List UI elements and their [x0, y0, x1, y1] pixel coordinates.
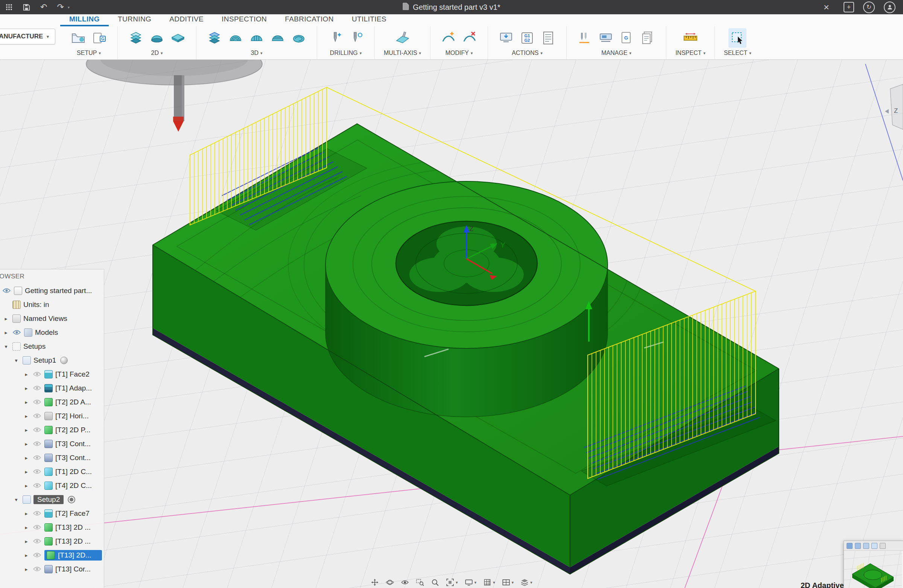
display-settings-icon[interactable]: ▾ — [465, 578, 477, 586]
2d-adaptive-clearing-button[interactable] — [127, 28, 145, 48]
visibility-icon[interactable] — [33, 483, 42, 488]
expander-collapsed-icon[interactable]: ▸ — [23, 566, 30, 572]
dropdown-caret-icon[interactable]: ▾ — [456, 580, 458, 585]
tree-row[interactable]: ▸Named Views — [0, 311, 104, 325]
expander-collapsed-icon[interactable]: ▸ — [23, 552, 30, 558]
tool-library-button[interactable] — [576, 28, 594, 48]
look-at-icon[interactable] — [401, 578, 409, 586]
tab-milling[interactable]: MILLING — [60, 13, 109, 26]
3d-pocket-button[interactable] — [227, 28, 245, 48]
machine-library-button[interactable] — [597, 28, 615, 48]
delete-passes-button[interactable] — [461, 28, 478, 48]
machined-part[interactable] — [153, 124, 779, 574]
new-window-icon[interactable]: + — [843, 2, 854, 13]
expander-collapsed-icon[interactable]: ▸ — [23, 483, 30, 489]
select-button[interactable] — [728, 28, 746, 48]
dialog-header-icon[interactable] — [855, 543, 861, 549]
spiral-button[interactable] — [290, 28, 308, 48]
expander-collapsed-icon[interactable]: ▸ — [23, 455, 30, 461]
tree-row[interactable]: ▸[T3] Cont... — [0, 437, 104, 451]
fit-icon[interactable]: ▾ — [446, 578, 458, 586]
close-icon[interactable]: × — [824, 2, 829, 12]
zoom-window-icon[interactable] — [416, 578, 424, 586]
expander-collapsed-icon[interactable]: ▸ — [23, 469, 30, 475]
visibility-icon[interactable] — [33, 511, 42, 516]
dialog-header-icon[interactable] — [880, 543, 886, 549]
tree-row[interactable]: ▸[T13] 2D ... — [0, 520, 104, 534]
dropdown-caret-icon[interactable]: ▾ — [512, 580, 514, 585]
tree-row[interactable]: ▸[T1] 2D C... — [0, 465, 104, 478]
parallel-button[interactable] — [248, 28, 266, 48]
setup-sheet-button[interactable] — [539, 28, 557, 48]
tab-inspection[interactable]: INSPECTION — [212, 13, 276, 26]
3d-adaptive-clearing-button[interactable] — [205, 28, 223, 48]
dropdown-caret-icon[interactable]: ▾ — [493, 580, 495, 585]
visibility-icon[interactable] — [33, 385, 42, 391]
visibility-icon[interactable] — [33, 455, 42, 461]
expander-collapsed-icon[interactable]: ▸ — [23, 538, 30, 544]
group-label-multi-axis[interactable]: MULTI-AXIS — [384, 50, 417, 57]
visibility-icon[interactable] — [33, 538, 42, 544]
visibility-icon[interactable] — [33, 399, 42, 405]
nc-codes-button[interactable]: G1G2 — [518, 28, 536, 48]
visibility-icon[interactable] — [33, 427, 42, 432]
group-label-actions[interactable]: ACTIONS — [512, 50, 538, 57]
group-label-manage[interactable]: MANAGE — [601, 50, 627, 57]
expander-expanded-icon[interactable]: ▾ — [2, 343, 10, 349]
redo-caret-icon[interactable]: ▾ — [68, 5, 69, 9]
viewport-canvas[interactable]: Y Z Z — [0, 60, 903, 588]
expander-collapsed-icon[interactable]: ▸ — [23, 413, 30, 419]
sync-icon[interactable]: ↻ — [863, 2, 875, 13]
bore-button[interactable] — [347, 28, 365, 48]
expander-collapsed-icon[interactable]: ▸ — [23, 399, 30, 405]
tree-row[interactable]: ▾Setups — [0, 339, 104, 353]
zoom-icon[interactable] — [431, 578, 439, 586]
tree-row[interactable]: ▸[T13] 2D ... — [0, 534, 104, 548]
grid-settings-icon[interactable]: ▾ — [483, 578, 495, 586]
face-button[interactable] — [169, 28, 187, 48]
account-icon[interactable] — [884, 2, 895, 13]
app-menu-icon[interactable] — [5, 3, 13, 11]
workspace-switcher[interactable]: MANUFACTURE ▾ — [0, 28, 55, 44]
visibility-icon[interactable] — [33, 441, 42, 447]
group-label-3d[interactable]: 3D — [251, 50, 258, 57]
tab-fabrication[interactable]: FABRICATION — [276, 13, 343, 26]
drill-button[interactable] — [326, 28, 344, 48]
post-process-button[interactable] — [497, 28, 515, 48]
orbit-icon[interactable] — [385, 578, 394, 586]
dropdown-caret-icon[interactable]: ▾ — [530, 580, 532, 585]
expander-collapsed-icon[interactable]: ▸ — [2, 316, 10, 322]
dropdown-caret-icon[interactable]: ▾ — [474, 580, 477, 585]
viewcube[interactable]: Z — [885, 84, 903, 129]
visibility-icon[interactable] — [33, 469, 42, 475]
dialog-header-icon[interactable] — [863, 543, 869, 549]
tree-row[interactable]: ▸[T13] Cor... — [0, 562, 104, 576]
expander-expanded-icon[interactable]: ▾ — [13, 497, 20, 503]
scallop-button[interactable] — [269, 28, 287, 48]
expander-collapsed-icon[interactable]: ▸ — [23, 441, 30, 447]
group-label-modify[interactable]: MODIFY — [445, 50, 469, 57]
tab-utilities[interactable]: UTILITIES — [343, 13, 395, 26]
group-label-select[interactable]: SELECT — [724, 50, 747, 57]
visual-style-icon[interactable]: ▾ — [520, 578, 532, 586]
group-label-inspect[interactable]: INSPECT — [675, 50, 701, 57]
operation-dialog[interactable] — [843, 541, 903, 588]
tree-row[interactable]: ▸[T13] 2D... — [0, 548, 104, 562]
2d-pocket-button[interactable] — [148, 28, 166, 48]
dialog-header-icon[interactable] — [846, 543, 853, 549]
tab-turning[interactable]: TURNING — [109, 13, 160, 26]
swarf-button[interactable] — [393, 28, 412, 48]
visibility-icon[interactable] — [13, 330, 22, 335]
undo-icon[interactable]: ↶ — [40, 3, 47, 11]
tree-row[interactable]: ▸[T1] Face2 — [0, 367, 104, 381]
tree-row[interactable]: ▸[T2] Hori... — [0, 409, 104, 423]
tree-row[interactable]: ▾Setup2 — [0, 492, 104, 506]
group-label-drilling[interactable]: DRILLING — [330, 50, 358, 57]
tree-row[interactable]: ▸[T1] Adap... — [0, 381, 104, 395]
dialog-header[interactable] — [844, 541, 903, 551]
trim-toolpath-button[interactable] — [439, 28, 458, 48]
expander-collapsed-icon[interactable]: ▸ — [23, 524, 30, 530]
tree-row[interactable]: ▸[T3] Cont... — [0, 451, 104, 465]
expander-collapsed-icon[interactable]: ▸ — [23, 511, 30, 517]
create-nc-program-button[interactable]: G — [90, 28, 109, 48]
